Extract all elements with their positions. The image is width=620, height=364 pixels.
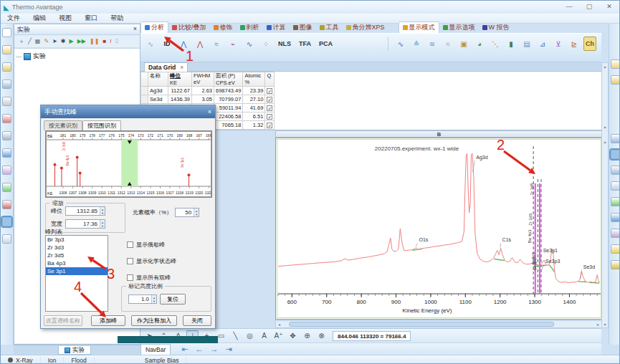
data-grid-close-icon[interactable]: × <box>180 64 183 71</box>
tree-expander-icon[interactable]: — <box>16 53 22 59</box>
marker-height-spinner[interactable]: 1.0▲▼ <box>128 294 157 304</box>
panel-icon[interactable] <box>611 181 620 191</box>
overlay-icon[interactable]: ≈ <box>210 37 223 51</box>
spectrum-chart[interactable]: 20220705.experiment. wx-1 wide6007008009… <box>275 138 603 320</box>
menu-item-2[interactable]: 视图 <box>52 14 78 23</box>
dialog-tab-0[interactable]: 按元素识别 <box>44 120 82 130</box>
run-icon[interactable]: ▶ <box>70 38 74 44</box>
experiment-bottom-tab[interactable]: 实验 <box>58 346 91 355</box>
analyzer-icon[interactable] <box>611 260 620 269</box>
overlay-view-icon[interactable]: ≙ <box>410 37 423 51</box>
spinner-arrows-icon[interactable]: ▲▼ <box>100 220 105 228</box>
data-grid-tab[interactable]: Data Grid × <box>144 62 188 72</box>
menu-item-0[interactable]: 文件 <box>1 14 27 23</box>
new-file-icon[interactable] <box>2 28 11 37</box>
spinner-box[interactable]: 50▲▼ <box>175 208 199 217</box>
spinner-box[interactable]: 1312.85▲▼ <box>65 206 105 216</box>
palette-icon[interactable] <box>2 166 11 175</box>
grid-icon[interactable]: ▦ <box>35 38 41 44</box>
q-checkbox[interactable]: ✓ <box>267 123 272 128</box>
axes-view-icon[interactable]: ⊿ <box>536 37 549 51</box>
text-add-icon[interactable]: A⁺ <box>272 330 285 342</box>
scroll-down-icon[interactable]: ▾ <box>602 322 608 327</box>
nav-first-icon[interactable]: ⇤ <box>179 345 190 354</box>
zoom-in-icon[interactable]: ⊕ <box>301 330 313 342</box>
spectrum-plot[interactable]: 20220705.experiment. wx-1 wide6007008009… <box>277 139 603 320</box>
stop-icon[interactable]: ■ <box>102 38 106 44</box>
cell-q[interactable]: ✓ <box>265 121 275 130</box>
cell-q[interactable]: ✓ <box>265 87 275 95</box>
extra-tool-icon[interactable] <box>2 234 11 244</box>
text-tool-icon[interactable]: A <box>258 330 270 342</box>
peak-fit-icon[interactable]: ⋀ <box>194 37 206 51</box>
cell-q[interactable]: ✓ <box>265 112 275 121</box>
experiment-panel-close-icon[interactable]: × <box>133 25 137 34</box>
spinner-arrows-icon[interactable]: ▲▼ <box>151 295 156 303</box>
xy-view-icon[interactable]: ⊻ <box>552 37 565 51</box>
column-header-5[interactable]: Q <box>265 72 275 87</box>
dialog-close-icon[interactable]: × <box>208 108 211 115</box>
nav-next-icon[interactable]: → <box>209 345 221 354</box>
scroll-left-icon[interactable]: ◂ <box>276 322 282 327</box>
checkbox-box[interactable] <box>127 241 133 248</box>
menu-item-4[interactable]: 帮助 <box>104 14 130 23</box>
green-panel-icon[interactable] <box>611 197 620 206</box>
ribbon-right-tab-1[interactable]: 显示选项 <box>439 22 479 33</box>
ribbon-right-tab-0[interactable]: 显示模式 <box>399 21 439 33</box>
chart-icon[interactable] <box>2 200 11 209</box>
peak-list-item-4[interactable]: Se 3p1 <box>46 267 108 275</box>
scroll-mid-up-icon[interactable]: ▾ <box>602 125 608 130</box>
nav-last-icon[interactable]: ⇥ <box>224 345 234 354</box>
checkbox-1[interactable]: 显示化学状态峰 <box>127 257 176 265</box>
abort-icon[interactable]: ! <box>110 38 111 44</box>
ribbon-tab-3[interactable]: 剥析 <box>237 22 263 33</box>
checkbox-box[interactable] <box>127 258 133 264</box>
annotate-icon[interactable] <box>2 131 11 140</box>
ribbon-tab-0[interactable]: 分析 <box>140 21 168 33</box>
grid-layout-icon[interactable] <box>611 166 620 175</box>
ch-icon[interactable]: Ch <box>583 37 596 51</box>
peak-preview-plot[interactable]: BEKE181180179178177176175174173172171170… <box>46 131 211 197</box>
table-view-icon[interactable]: ▤ <box>520 37 533 51</box>
column-header-2[interactable]: FWHMeV <box>192 72 214 87</box>
open-folder-icon[interactable] <box>2 45 11 54</box>
chart-window-header[interactable]: B <box>275 130 603 138</box>
label-icon[interactable] <box>2 148 11 158</box>
scatter-view-icon[interactable]: ⋱ <box>489 37 502 51</box>
spinner-box[interactable]: 17.36▲▼ <box>65 219 105 229</box>
close-button[interactable]: 关闭 <box>183 315 211 326</box>
add-icon[interactable]: ＋ <box>19 37 24 45</box>
peak-position-spinner[interactable]: 1312.85▲▼ <box>65 206 105 216</box>
vertical-scrollbar[interactable]: ▴ ▾ ▴ ▾ <box>601 62 609 328</box>
nav-prev-icon[interactable]: ← <box>194 345 206 354</box>
peak-find-icon[interactable]: ⋀ <box>177 37 190 51</box>
ribbon-tab-5[interactable]: 图像 <box>290 22 316 33</box>
zoom-out-icon[interactable]: ⊗ <box>315 330 328 342</box>
q-checkbox[interactable]: ✓ <box>267 97 272 102</box>
scroll-right-icon[interactable]: ▸ <box>595 322 601 327</box>
add-peak-button[interactable]: 添加峰 <box>91 315 125 326</box>
peak-list-item-0[interactable]: Br 3p3 <box>46 236 108 244</box>
tile-icon[interactable] <box>611 213 620 222</box>
tfa-icon[interactable]: TFA <box>297 37 313 51</box>
peak-list-item-2[interactable]: Zr 3d5 <box>46 252 108 259</box>
menu-item-1[interactable]: 编辑 <box>27 14 52 23</box>
tree-item-experiment[interactable]: — 实验 <box>16 52 138 61</box>
column-header-3[interactable]: 面积 (P)CPS.eV <box>214 72 243 87</box>
stack-view-icon[interactable]: ≋ <box>426 37 439 51</box>
row-selector[interactable] <box>141 95 148 104</box>
refresh-icon[interactable] <box>611 134 620 143</box>
ribbon-tab-2[interactable]: 修饰 <box>210 22 237 33</box>
settings-gear-icon[interactable]: ✱ <box>61 38 66 44</box>
checkbox-box[interactable] <box>127 274 133 281</box>
column-header-4[interactable]: Atomic% <box>243 72 265 87</box>
chart-horizontal-scrollbar[interactable]: ◂ ▸ <box>275 320 603 328</box>
edit-icon[interactable]: ✎ <box>44 38 49 44</box>
line-tool-icon[interactable]: ╲ <box>229 330 242 342</box>
column-header-0[interactable]: 名称 <box>148 72 168 87</box>
browser-icon[interactable] <box>611 244 620 254</box>
cell-q[interactable]: ✓ <box>265 95 275 104</box>
q-checkbox[interactable]: ✓ <box>267 88 272 94</box>
nls-icon[interactable]: NLS <box>276 37 293 51</box>
table-row[interactable]: Se3d1436.393.0570799.0727.10✓ <box>141 95 275 104</box>
